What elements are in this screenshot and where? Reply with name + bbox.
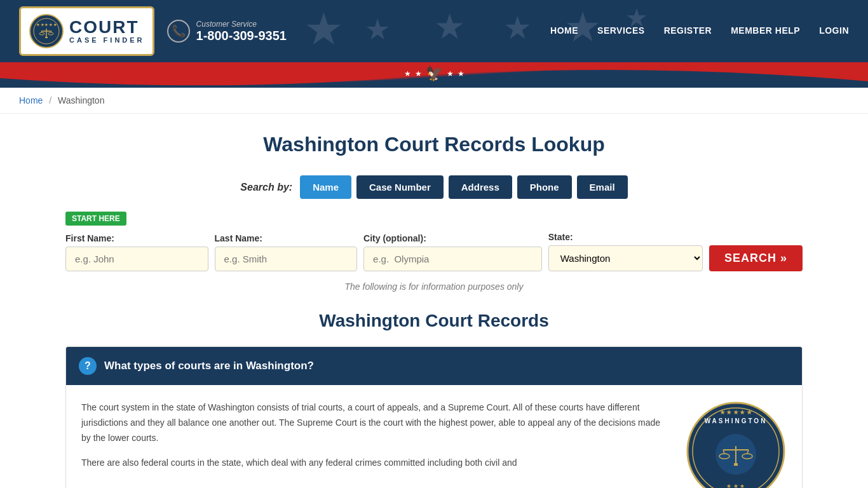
state-label: State:	[548, 232, 703, 242]
svg-rect-22	[734, 463, 738, 466]
svg-text:★  ★  ★: ★ ★ ★	[726, 483, 745, 488]
eagle-icon: 🦅	[426, 65, 443, 82]
first-name-group: First Name:	[65, 233, 208, 271]
accordion-body: The court system in the state of Washing…	[66, 385, 802, 488]
svg-text:★ ★ ★ ★ ★: ★ ★ ★ ★ ★	[36, 23, 57, 27]
search-by-label: Search by:	[240, 182, 292, 193]
logo-emblem-icon: ★ ★ ★ ★ ★	[29, 13, 64, 49]
nav-home[interactable]: HOME	[550, 25, 578, 37]
breadcrumb-home-link[interactable]: Home	[19, 95, 43, 105]
search-button[interactable]: SEARCH »	[709, 245, 803, 271]
last-name-label: Last Name:	[215, 233, 358, 243]
accordion: ? What types of courts are in Washington…	[65, 346, 803, 488]
svg-rect-9	[45, 37, 48, 38]
logo[interactable]: ★ ★ ★ ★ ★ COURT CASE FINDER	[19, 6, 154, 56]
start-here-badge: START HERE	[65, 212, 126, 226]
city-label: City (optional):	[363, 233, 542, 243]
accordion-header[interactable]: ? What types of courts are in Washington…	[66, 347, 802, 385]
tab-case-number[interactable]: Case Number	[356, 175, 444, 199]
star-left-1: ★	[404, 69, 411, 78]
tab-name[interactable]: Name	[300, 175, 351, 199]
site-header: ★ ★ ★ ★ ★ ★ ★ ★ ★ ★ ★ COURT C	[0, 0, 868, 62]
logo-court-label: COURT	[69, 18, 139, 36]
svg-text:WASHINGTON: WASHINGTON	[705, 417, 768, 424]
star-right-1: ★	[447, 69, 454, 78]
tab-phone[interactable]: Phone	[517, 175, 572, 199]
last-name-input[interactable]	[215, 247, 358, 271]
state-group: State: Washington Alabama Alaska Arizona…	[548, 232, 703, 271]
accordion-paragraph-2: There are also federal courts in the sta…	[81, 456, 670, 471]
nav-register[interactable]: REGISTER	[664, 25, 712, 37]
eagle-stars-row: ★ ★ 🦅 ★ ★	[404, 65, 465, 82]
breadcrumb-current: Washington	[58, 95, 104, 105]
section-title: Washington Court Records	[65, 311, 803, 331]
last-name-group: Last Name:	[215, 233, 358, 271]
first-name-label: First Name:	[65, 233, 208, 243]
main-content: Washington Court Records Lookup Search b…	[53, 114, 815, 488]
first-name-input[interactable]	[65, 247, 208, 271]
wave-banner: ★ ★ 🦅 ★ ★	[0, 62, 868, 88]
nav-services[interactable]: SERVICES	[597, 25, 645, 37]
accordion-question-icon: ?	[79, 357, 97, 375]
nav-member-help[interactable]: MEMBER HELP	[731, 25, 800, 37]
tab-address[interactable]: Address	[449, 175, 512, 199]
star-left-2: ★	[415, 69, 422, 78]
logo-case-finder-label: CASE FINDER	[69, 36, 145, 44]
accordion-paragraph-1: The court system in the state of Washing…	[81, 400, 670, 445]
star-right-2: ★	[458, 69, 465, 78]
city-group: City (optional):	[363, 233, 542, 271]
cs-label: Customer Service	[196, 20, 287, 29]
tab-email[interactable]: Email	[577, 175, 628, 199]
logo-text: COURT CASE FINDER	[69, 18, 145, 44]
cs-phone-number: 1-800-309-9351	[196, 29, 287, 43]
nav-login[interactable]: LOGIN	[819, 25, 849, 37]
cs-info: Customer Service 1-800-309-9351	[196, 20, 287, 43]
svg-text:★  ★  ★  ★  ★: ★ ★ ★ ★ ★	[720, 409, 752, 416]
breadcrumb-separator: /	[49, 95, 51, 105]
search-by-row: Search by: Name Case Number Address Phon…	[65, 175, 803, 199]
header-left: ★ ★ ★ ★ ★ COURT CASE FINDER 📞 Customer S…	[19, 6, 287, 56]
phone-icon: 📞	[167, 20, 190, 43]
washington-seal-icon: ★ ★ ★ ★ ★ WASHINGTON THE EVERGREEN STATE…	[685, 400, 787, 488]
accordion-text: The court system in the state of Washing…	[81, 400, 670, 481]
info-text: The following is for information purpose…	[65, 281, 803, 292]
city-input[interactable]	[363, 247, 542, 271]
main-nav: HOME SERVICES REGISTER MEMBER HELP LOGIN	[550, 25, 849, 37]
customer-service: 📞 Customer Service 1-800-309-9351	[167, 20, 287, 43]
state-select[interactable]: Washington Alabama Alaska Arizona Califo…	[548, 245, 703, 271]
accordion-title: What types of courts are in Washington?	[104, 360, 314, 372]
search-form-row: First Name: Last Name: City (optional): …	[65, 232, 803, 271]
page-title: Washington Court Records Lookup	[65, 133, 803, 156]
